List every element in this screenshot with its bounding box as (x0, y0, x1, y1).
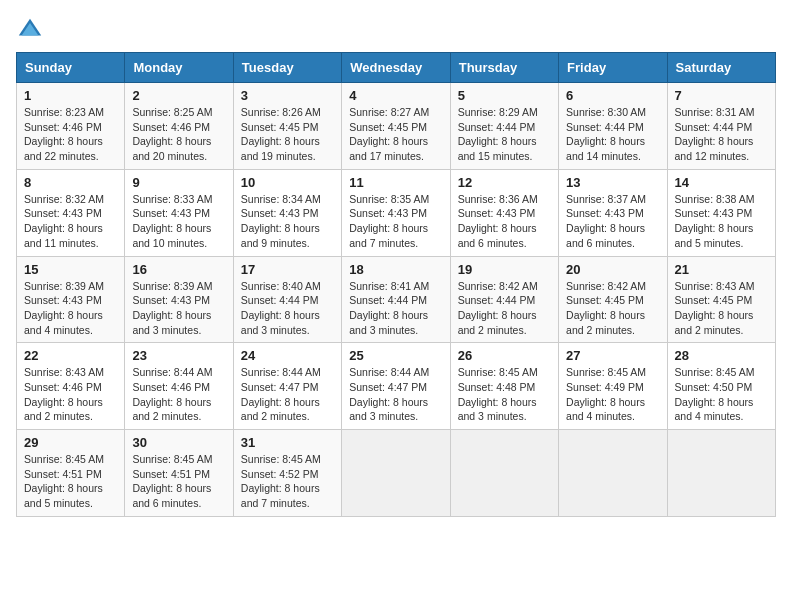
day-number: 24 (241, 348, 334, 363)
calendar-cell: 2 Sunrise: 8:25 AM Sunset: 4:46 PM Dayli… (125, 83, 233, 170)
calendar-cell: 21 Sunrise: 8:43 AM Sunset: 4:45 PM Dayl… (667, 256, 775, 343)
col-header-sunday: Sunday (17, 53, 125, 83)
calendar-cell (559, 430, 667, 517)
calendar-cell: 4 Sunrise: 8:27 AM Sunset: 4:45 PM Dayli… (342, 83, 450, 170)
day-number: 30 (132, 435, 225, 450)
day-info: Sunrise: 8:43 AM Sunset: 4:45 PM Dayligh… (675, 279, 768, 338)
day-info: Sunrise: 8:27 AM Sunset: 4:45 PM Dayligh… (349, 105, 442, 164)
day-number: 29 (24, 435, 117, 450)
day-info: Sunrise: 8:45 AM Sunset: 4:51 PM Dayligh… (24, 452, 117, 511)
day-info: Sunrise: 8:41 AM Sunset: 4:44 PM Dayligh… (349, 279, 442, 338)
day-number: 12 (458, 175, 551, 190)
col-header-friday: Friday (559, 53, 667, 83)
calendar-cell: 22 Sunrise: 8:43 AM Sunset: 4:46 PM Dayl… (17, 343, 125, 430)
day-info: Sunrise: 8:33 AM Sunset: 4:43 PM Dayligh… (132, 192, 225, 251)
calendar-cell: 1 Sunrise: 8:23 AM Sunset: 4:46 PM Dayli… (17, 83, 125, 170)
day-info: Sunrise: 8:45 AM Sunset: 4:51 PM Dayligh… (132, 452, 225, 511)
calendar-cell: 19 Sunrise: 8:42 AM Sunset: 4:44 PM Dayl… (450, 256, 558, 343)
day-info: Sunrise: 8:36 AM Sunset: 4:43 PM Dayligh… (458, 192, 551, 251)
day-number: 8 (24, 175, 117, 190)
calendar-cell: 12 Sunrise: 8:36 AM Sunset: 4:43 PM Dayl… (450, 169, 558, 256)
day-number: 4 (349, 88, 442, 103)
day-number: 10 (241, 175, 334, 190)
day-info: Sunrise: 8:44 AM Sunset: 4:47 PM Dayligh… (241, 365, 334, 424)
day-number: 1 (24, 88, 117, 103)
calendar-cell (667, 430, 775, 517)
day-number: 27 (566, 348, 659, 363)
calendar-cell: 31 Sunrise: 8:45 AM Sunset: 4:52 PM Dayl… (233, 430, 341, 517)
calendar-cell: 26 Sunrise: 8:45 AM Sunset: 4:48 PM Dayl… (450, 343, 558, 430)
day-number: 26 (458, 348, 551, 363)
day-info: Sunrise: 8:37 AM Sunset: 4:43 PM Dayligh… (566, 192, 659, 251)
logo (16, 16, 48, 44)
day-number: 13 (566, 175, 659, 190)
col-header-wednesday: Wednesday (342, 53, 450, 83)
calendar-cell: 29 Sunrise: 8:45 AM Sunset: 4:51 PM Dayl… (17, 430, 125, 517)
day-info: Sunrise: 8:34 AM Sunset: 4:43 PM Dayligh… (241, 192, 334, 251)
calendar-cell (450, 430, 558, 517)
day-number: 21 (675, 262, 768, 277)
calendar-cell: 8 Sunrise: 8:32 AM Sunset: 4:43 PM Dayli… (17, 169, 125, 256)
day-number: 2 (132, 88, 225, 103)
col-header-saturday: Saturday (667, 53, 775, 83)
day-number: 16 (132, 262, 225, 277)
calendar-cell: 17 Sunrise: 8:40 AM Sunset: 4:44 PM Dayl… (233, 256, 341, 343)
calendar-cell: 3 Sunrise: 8:26 AM Sunset: 4:45 PM Dayli… (233, 83, 341, 170)
day-number: 17 (241, 262, 334, 277)
day-info: Sunrise: 8:25 AM Sunset: 4:46 PM Dayligh… (132, 105, 225, 164)
day-number: 23 (132, 348, 225, 363)
day-info: Sunrise: 8:40 AM Sunset: 4:44 PM Dayligh… (241, 279, 334, 338)
day-info: Sunrise: 8:44 AM Sunset: 4:46 PM Dayligh… (132, 365, 225, 424)
col-header-tuesday: Tuesday (233, 53, 341, 83)
calendar-cell: 9 Sunrise: 8:33 AM Sunset: 4:43 PM Dayli… (125, 169, 233, 256)
day-info: Sunrise: 8:45 AM Sunset: 4:49 PM Dayligh… (566, 365, 659, 424)
calendar-cell: 20 Sunrise: 8:42 AM Sunset: 4:45 PM Dayl… (559, 256, 667, 343)
calendar-cell: 24 Sunrise: 8:44 AM Sunset: 4:47 PM Dayl… (233, 343, 341, 430)
day-info: Sunrise: 8:31 AM Sunset: 4:44 PM Dayligh… (675, 105, 768, 164)
calendar-cell: 28 Sunrise: 8:45 AM Sunset: 4:50 PM Dayl… (667, 343, 775, 430)
day-info: Sunrise: 8:26 AM Sunset: 4:45 PM Dayligh… (241, 105, 334, 164)
day-info: Sunrise: 8:39 AM Sunset: 4:43 PM Dayligh… (24, 279, 117, 338)
day-info: Sunrise: 8:39 AM Sunset: 4:43 PM Dayligh… (132, 279, 225, 338)
day-number: 18 (349, 262, 442, 277)
col-header-monday: Monday (125, 53, 233, 83)
calendar-table: SundayMondayTuesdayWednesdayThursdayFrid… (16, 52, 776, 517)
day-number: 14 (675, 175, 768, 190)
logo-icon (16, 16, 44, 44)
day-number: 28 (675, 348, 768, 363)
col-header-thursday: Thursday (450, 53, 558, 83)
calendar-cell: 11 Sunrise: 8:35 AM Sunset: 4:43 PM Dayl… (342, 169, 450, 256)
day-info: Sunrise: 8:38 AM Sunset: 4:43 PM Dayligh… (675, 192, 768, 251)
day-info: Sunrise: 8:32 AM Sunset: 4:43 PM Dayligh… (24, 192, 117, 251)
calendar-cell: 15 Sunrise: 8:39 AM Sunset: 4:43 PM Dayl… (17, 256, 125, 343)
calendar-cell: 25 Sunrise: 8:44 AM Sunset: 4:47 PM Dayl… (342, 343, 450, 430)
calendar-cell: 13 Sunrise: 8:37 AM Sunset: 4:43 PM Dayl… (559, 169, 667, 256)
day-info: Sunrise: 8:42 AM Sunset: 4:45 PM Dayligh… (566, 279, 659, 338)
day-number: 19 (458, 262, 551, 277)
page-header (16, 16, 776, 44)
calendar-cell: 27 Sunrise: 8:45 AM Sunset: 4:49 PM Dayl… (559, 343, 667, 430)
calendar-cell: 10 Sunrise: 8:34 AM Sunset: 4:43 PM Dayl… (233, 169, 341, 256)
day-info: Sunrise: 8:42 AM Sunset: 4:44 PM Dayligh… (458, 279, 551, 338)
day-info: Sunrise: 8:29 AM Sunset: 4:44 PM Dayligh… (458, 105, 551, 164)
calendar-cell: 16 Sunrise: 8:39 AM Sunset: 4:43 PM Dayl… (125, 256, 233, 343)
calendar-cell: 14 Sunrise: 8:38 AM Sunset: 4:43 PM Dayl… (667, 169, 775, 256)
day-number: 7 (675, 88, 768, 103)
day-number: 6 (566, 88, 659, 103)
day-number: 25 (349, 348, 442, 363)
day-number: 11 (349, 175, 442, 190)
day-info: Sunrise: 8:30 AM Sunset: 4:44 PM Dayligh… (566, 105, 659, 164)
day-info: Sunrise: 8:45 AM Sunset: 4:50 PM Dayligh… (675, 365, 768, 424)
calendar-cell: 23 Sunrise: 8:44 AM Sunset: 4:46 PM Dayl… (125, 343, 233, 430)
calendar-cell: 7 Sunrise: 8:31 AM Sunset: 4:44 PM Dayli… (667, 83, 775, 170)
day-info: Sunrise: 8:23 AM Sunset: 4:46 PM Dayligh… (24, 105, 117, 164)
day-info: Sunrise: 8:43 AM Sunset: 4:46 PM Dayligh… (24, 365, 117, 424)
day-info: Sunrise: 8:35 AM Sunset: 4:43 PM Dayligh… (349, 192, 442, 251)
calendar-cell: 6 Sunrise: 8:30 AM Sunset: 4:44 PM Dayli… (559, 83, 667, 170)
day-info: Sunrise: 8:45 AM Sunset: 4:48 PM Dayligh… (458, 365, 551, 424)
day-number: 5 (458, 88, 551, 103)
day-number: 9 (132, 175, 225, 190)
calendar-cell: 5 Sunrise: 8:29 AM Sunset: 4:44 PM Dayli… (450, 83, 558, 170)
day-number: 22 (24, 348, 117, 363)
calendar-cell (342, 430, 450, 517)
